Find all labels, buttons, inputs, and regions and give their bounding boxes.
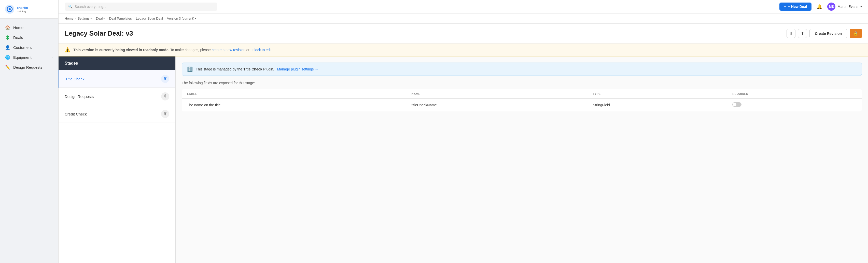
breadcrumb-deal[interactable]: Deal ▾ — [96, 17, 105, 20]
lock-button[interactable]: 🔒 — [850, 29, 862, 38]
search-box[interactable]: 🔍 Search everything... — [65, 3, 217, 11]
fields-table: LABEL NAME TYPE REQUIRED The name on the… — [182, 89, 862, 111]
sidebar-item-deals[interactable]: 💲 Deals — [0, 33, 58, 42]
plug-icon-2 — [163, 94, 167, 98]
stages-header: Stages — [59, 57, 175, 70]
svg-rect-14 — [165, 113, 166, 114]
sidebar-item-design-requests-label: Design Requests — [13, 65, 42, 69]
field-required — [727, 99, 862, 111]
sidebar-item-home-label: Home — [13, 26, 23, 30]
breadcrumb-version[interactable]: Version 3 (current) ▾ — [167, 17, 196, 20]
stage-design-requests-icon — [161, 92, 169, 100]
breadcrumb-sep-1: › — [75, 17, 76, 20]
breadcrumb-legacy-solar-deal[interactable]: Legacy Solar Deal — [136, 17, 163, 20]
sidebar-item-deals-label: Deals — [13, 35, 23, 40]
alert-end-text: . — [273, 48, 274, 52]
content-panel: ℹ️ This stage is managed by the Title Ch… — [176, 57, 868, 263]
plug-icon — [163, 77, 167, 81]
stage-credit-check-label: Credit Check — [65, 112, 87, 116]
share-button[interactable]: ⬆ — [798, 29, 807, 38]
breadcrumb-sep-3: › — [106, 17, 107, 20]
breadcrumb-version-chevron: ▾ — [195, 17, 196, 20]
manage-plugin-settings-link[interactable]: Manage plugin settings → — [277, 67, 318, 71]
sidebar-item-home[interactable]: 🏠 Home — [0, 23, 58, 33]
plugin-info-text: This stage is managed by the Title Check… — [196, 67, 318, 71]
new-deal-label: + New Deal — [788, 5, 807, 9]
stage-item-design-requests[interactable]: Design Requests — [59, 88, 175, 105]
stage-item-title-check[interactable]: Title Check — [59, 70, 175, 88]
logo-text: enerflo training — [17, 6, 28, 13]
download-button[interactable]: ⬇ — [786, 29, 796, 38]
new-deal-plus-icon: + — [784, 5, 786, 9]
new-deal-button[interactable]: + + New Deal — [779, 3, 812, 11]
main-content: 🔍 Search everything... + + New Deal 🔔 ME… — [59, 0, 868, 263]
stages-header-label: Stages — [65, 61, 78, 65]
header-actions: ⬇ ⬆ Create Revision 🔒 — [786, 29, 862, 38]
download-icon: ⬇ — [789, 31, 793, 36]
stage-design-requests-label: Design Requests — [65, 94, 94, 99]
sidebar-item-customers-label: Customers — [13, 45, 32, 50]
sidebar-item-design-requests[interactable]: ✏️ Design Requests — [0, 62, 58, 72]
design-requests-icon: ✏️ — [5, 65, 10, 70]
create-revision-button[interactable]: Create Revision — [809, 29, 847, 38]
sidebar-logo: enerflo training — [0, 0, 58, 19]
breadcrumb-deal-label: Deal — [96, 17, 103, 20]
field-label: The name on the title — [182, 99, 406, 111]
alert-text: This version is currently being viewed i… — [73, 48, 273, 52]
fields-label: The following fields are exposed for thi… — [182, 81, 862, 85]
sidebar-item-customers[interactable]: 👤 Customers — [0, 42, 58, 53]
deals-icon: 💲 — [5, 35, 10, 40]
page-header: Legacy Solar Deal: v3 ⬇ ⬆ Create Revisio… — [59, 24, 868, 43]
search-placeholder: Search everything... — [74, 5, 106, 9]
page-title: Legacy Solar Deal: v3 — [65, 30, 786, 37]
col-header-required: REQUIRED — [727, 89, 862, 99]
stage-title-check-label: Title Check — [65, 77, 84, 81]
breadcrumb-deal-templates[interactable]: Deal Templates — [109, 17, 132, 20]
alert-main-text: This version is currently being viewed i… — [73, 48, 169, 52]
table-header-row: LABEL NAME TYPE REQUIRED — [182, 89, 862, 99]
alert-warning-icon: ⚠️ — [65, 47, 70, 53]
breadcrumb-deal-chevron: ▾ — [103, 17, 105, 20]
svg-rect-9 — [165, 96, 166, 97]
user-name: Martin Evans — [837, 5, 858, 9]
unlock-to-edit-link[interactable]: unlock to edit — [250, 48, 272, 52]
breadcrumb-settings-label: Settings — [78, 17, 90, 20]
lock-icon: 🔒 — [853, 31, 858, 36]
svg-rect-4 — [165, 78, 166, 79]
sidebar: enerflo training 🏠 Home 💲 Deals 👤 Custom… — [0, 0, 59, 263]
stage-title-check-icon — [161, 75, 169, 83]
breadcrumb-home[interactable]: Home — [65, 17, 73, 20]
alert-middle-text: or — [246, 48, 250, 52]
field-name: titleCheckName — [406, 99, 588, 111]
notification-icon[interactable]: 🔔 — [815, 3, 823, 10]
svg-point-2 — [9, 8, 11, 10]
home-icon: 🏠 — [5, 25, 10, 30]
equipment-expand-icon: › — [52, 56, 53, 59]
col-header-name: NAME — [406, 89, 588, 99]
plugin-name: Title Check — [243, 67, 262, 71]
stage-item-credit-check[interactable]: Credit Check — [59, 105, 175, 123]
sidebar-item-equipment-label: Equipment — [13, 55, 32, 60]
alert-banner: ⚠️ This version is currently being viewe… — [59, 43, 868, 57]
topbar: 🔍 Search everything... + + New Deal 🔔 ME… — [59, 0, 868, 13]
plugin-info-box: ℹ️ This stage is managed by the Title Ch… — [182, 63, 862, 76]
user-menu[interactable]: ME Martin Evans ▾ — [827, 3, 862, 11]
breadcrumb-settings[interactable]: Settings ▾ — [78, 17, 92, 20]
info-icon: ℹ️ — [187, 66, 193, 72]
col-header-label: LABEL — [182, 89, 406, 99]
field-type: StringField — [588, 99, 727, 111]
breadcrumb-version-label: Version 3 (current) — [167, 17, 194, 20]
create-new-revision-link[interactable]: create a new revision — [212, 48, 245, 52]
sidebar-item-equipment[interactable]: 🌐 Equipment › — [0, 53, 58, 62]
create-revision-label: Create Revision — [815, 32, 842, 36]
user-chevron-icon: ▾ — [860, 5, 862, 8]
sidebar-navigation: 🏠 Home 💲 Deals 👤 Customers 🌐 Equipment ›… — [0, 19, 58, 263]
breadcrumb-sep-2: › — [93, 17, 94, 20]
customers-icon: 👤 — [5, 45, 10, 50]
stage-credit-check-icon — [161, 110, 169, 118]
breadcrumb-settings-chevron: ▾ — [90, 17, 92, 20]
enerflo-logo-icon — [5, 5, 14, 14]
stages-panel: Stages Title Check Design Requests — [59, 57, 176, 263]
required-toggle[interactable] — [732, 102, 742, 107]
breadcrumb: Home › Settings ▾ › Deal ▾ › Deal Templa… — [59, 13, 868, 24]
